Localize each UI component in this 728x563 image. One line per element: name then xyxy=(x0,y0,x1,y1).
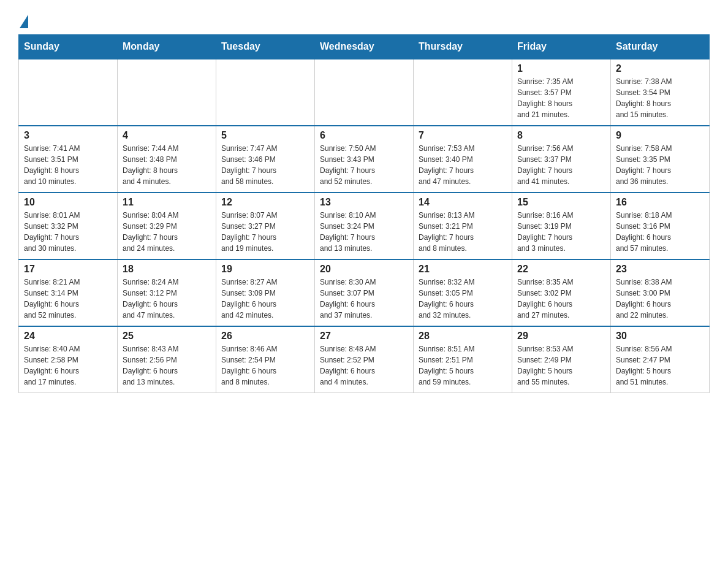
day-info: Sunrise: 7:41 AM Sunset: 3:51 PM Dayligh… xyxy=(24,143,112,187)
calendar-cell: 10Sunrise: 8:01 AM Sunset: 3:32 PM Dayli… xyxy=(19,193,118,259)
week-row-3: 10Sunrise: 8:01 AM Sunset: 3:32 PM Dayli… xyxy=(19,193,710,259)
day-number: 28 xyxy=(419,331,507,342)
calendar-table: SundayMondayTuesdayWednesdayThursdayFrid… xyxy=(18,34,710,393)
day-info: Sunrise: 8:56 AM Sunset: 2:47 PM Dayligh… xyxy=(616,343,704,388)
header-friday: Friday xyxy=(512,35,611,59)
day-info: Sunrise: 8:51 AM Sunset: 2:51 PM Dayligh… xyxy=(419,343,507,388)
day-number: 12 xyxy=(221,197,309,208)
day-number: 11 xyxy=(123,197,211,208)
day-number: 23 xyxy=(616,264,704,275)
calendar-cell: 7Sunrise: 7:53 AM Sunset: 3:40 PM Daylig… xyxy=(414,126,512,193)
day-number: 24 xyxy=(24,331,112,342)
calendar-cell xyxy=(315,59,414,126)
calendar-cell: 14Sunrise: 8:13 AM Sunset: 3:21 PM Dayli… xyxy=(414,193,512,259)
day-number: 17 xyxy=(24,264,112,275)
week-row-4: 17Sunrise: 8:21 AM Sunset: 3:14 PM Dayli… xyxy=(19,259,710,326)
calendar-cell: 15Sunrise: 8:16 AM Sunset: 3:19 PM Dayli… xyxy=(512,193,611,259)
day-number: 25 xyxy=(123,331,211,342)
calendar-cell: 8Sunrise: 7:56 AM Sunset: 3:37 PM Daylig… xyxy=(512,126,611,193)
calendar-cell: 13Sunrise: 8:10 AM Sunset: 3:24 PM Dayli… xyxy=(315,193,414,259)
day-number: 6 xyxy=(320,130,408,141)
day-info: Sunrise: 8:16 AM Sunset: 3:19 PM Dayligh… xyxy=(517,210,605,254)
calendar-cell: 18Sunrise: 8:24 AM Sunset: 3:12 PM Dayli… xyxy=(118,259,216,326)
day-number: 27 xyxy=(320,331,408,342)
day-number: 2 xyxy=(616,63,704,74)
day-number: 7 xyxy=(419,130,507,141)
day-number: 3 xyxy=(24,130,112,141)
calendar-cell: 23Sunrise: 8:38 AM Sunset: 3:00 PM Dayli… xyxy=(611,259,710,326)
day-info: Sunrise: 8:04 AM Sunset: 3:29 PM Dayligh… xyxy=(123,210,211,254)
calendar-cell: 22Sunrise: 8:35 AM Sunset: 3:02 PM Dayli… xyxy=(512,259,611,326)
calendar-cell: 19Sunrise: 8:27 AM Sunset: 3:09 PM Dayli… xyxy=(216,259,315,326)
day-number: 26 xyxy=(221,331,309,342)
day-info: Sunrise: 8:24 AM Sunset: 3:12 PM Dayligh… xyxy=(123,277,211,321)
header-wednesday: Wednesday xyxy=(315,35,414,59)
calendar-cell: 17Sunrise: 8:21 AM Sunset: 3:14 PM Dayli… xyxy=(19,259,118,326)
day-info: Sunrise: 7:47 AM Sunset: 3:46 PM Dayligh… xyxy=(221,143,309,187)
calendar-cell: 28Sunrise: 8:51 AM Sunset: 2:51 PM Dayli… xyxy=(414,326,512,393)
header-sunday: Sunday xyxy=(19,35,118,59)
day-number: 8 xyxy=(517,130,605,141)
day-number: 15 xyxy=(517,197,605,208)
day-info: Sunrise: 7:50 AM Sunset: 3:43 PM Dayligh… xyxy=(320,143,408,187)
day-info: Sunrise: 8:30 AM Sunset: 3:07 PM Dayligh… xyxy=(320,277,408,321)
calendar-cell: 1Sunrise: 7:35 AM Sunset: 3:57 PM Daylig… xyxy=(512,59,611,126)
day-info: Sunrise: 8:32 AM Sunset: 3:05 PM Dayligh… xyxy=(419,277,507,321)
day-info: Sunrise: 7:53 AM Sunset: 3:40 PM Dayligh… xyxy=(419,143,507,187)
week-row-1: 1Sunrise: 7:35 AM Sunset: 3:57 PM Daylig… xyxy=(19,59,710,126)
calendar-cell xyxy=(19,59,118,126)
day-number: 14 xyxy=(419,197,507,208)
day-number: 21 xyxy=(419,264,507,275)
day-info: Sunrise: 8:43 AM Sunset: 2:56 PM Dayligh… xyxy=(123,343,211,388)
day-number: 18 xyxy=(123,264,211,275)
day-number: 1 xyxy=(517,63,605,74)
calendar-cell: 3Sunrise: 7:41 AM Sunset: 3:51 PM Daylig… xyxy=(19,126,118,193)
calendar-cell: 4Sunrise: 7:44 AM Sunset: 3:48 PM Daylig… xyxy=(118,126,216,193)
logo-triangle-icon xyxy=(20,15,28,28)
day-info: Sunrise: 7:58 AM Sunset: 3:35 PM Dayligh… xyxy=(616,143,704,187)
day-info: Sunrise: 8:38 AM Sunset: 3:00 PM Dayligh… xyxy=(616,277,704,321)
day-info: Sunrise: 7:38 AM Sunset: 3:54 PM Dayligh… xyxy=(616,76,704,120)
day-info: Sunrise: 7:44 AM Sunset: 3:48 PM Dayligh… xyxy=(123,143,211,187)
day-info: Sunrise: 7:56 AM Sunset: 3:37 PM Dayligh… xyxy=(517,143,605,187)
day-number: 30 xyxy=(616,331,704,342)
day-number: 4 xyxy=(123,130,211,141)
day-number: 13 xyxy=(320,197,408,208)
day-info: Sunrise: 8:21 AM Sunset: 3:14 PM Dayligh… xyxy=(24,277,112,321)
calendar-cell xyxy=(216,59,315,126)
calendar-cell xyxy=(414,59,512,126)
header-monday: Monday xyxy=(118,35,216,59)
week-row-5: 24Sunrise: 8:40 AM Sunset: 2:58 PM Dayli… xyxy=(19,326,710,393)
calendar-cell: 21Sunrise: 8:32 AM Sunset: 3:05 PM Dayli… xyxy=(414,259,512,326)
day-number: 22 xyxy=(517,264,605,275)
day-info: Sunrise: 8:13 AM Sunset: 3:21 PM Dayligh… xyxy=(419,210,507,254)
day-number: 20 xyxy=(320,264,408,275)
calendar-cell: 29Sunrise: 8:53 AM Sunset: 2:49 PM Dayli… xyxy=(512,326,611,393)
header-saturday: Saturday xyxy=(611,35,710,59)
day-info: Sunrise: 8:27 AM Sunset: 3:09 PM Dayligh… xyxy=(221,277,309,321)
day-info: Sunrise: 8:18 AM Sunset: 3:16 PM Dayligh… xyxy=(616,210,704,254)
day-info: Sunrise: 8:53 AM Sunset: 2:49 PM Dayligh… xyxy=(517,343,605,388)
calendar-cell: 11Sunrise: 8:04 AM Sunset: 3:29 PM Dayli… xyxy=(118,193,216,259)
day-info: Sunrise: 8:01 AM Sunset: 3:32 PM Dayligh… xyxy=(24,210,112,254)
day-info: Sunrise: 8:48 AM Sunset: 2:52 PM Dayligh… xyxy=(320,343,408,388)
calendar-cell: 2Sunrise: 7:38 AM Sunset: 3:54 PM Daylig… xyxy=(611,59,710,126)
header-thursday: Thursday xyxy=(414,35,512,59)
day-info: Sunrise: 8:46 AM Sunset: 2:54 PM Dayligh… xyxy=(221,343,309,388)
day-number: 16 xyxy=(616,197,704,208)
calendar-cell: 26Sunrise: 8:46 AM Sunset: 2:54 PM Dayli… xyxy=(216,326,315,393)
calendar-cell: 5Sunrise: 7:47 AM Sunset: 3:46 PM Daylig… xyxy=(216,126,315,193)
day-info: Sunrise: 8:07 AM Sunset: 3:27 PM Dayligh… xyxy=(221,210,309,254)
day-number: 19 xyxy=(221,264,309,275)
calendar-cell: 25Sunrise: 8:43 AM Sunset: 2:56 PM Dayli… xyxy=(118,326,216,393)
day-number: 10 xyxy=(24,197,112,208)
calendar-cell: 12Sunrise: 8:07 AM Sunset: 3:27 PM Dayli… xyxy=(216,193,315,259)
day-info: Sunrise: 8:35 AM Sunset: 3:02 PM Dayligh… xyxy=(517,277,605,321)
day-number: 9 xyxy=(616,130,704,141)
day-info: Sunrise: 7:35 AM Sunset: 3:57 PM Dayligh… xyxy=(517,76,605,120)
header-tuesday: Tuesday xyxy=(216,35,315,59)
calendar-header-row: SundayMondayTuesdayWednesdayThursdayFrid… xyxy=(19,35,710,59)
day-number: 29 xyxy=(517,331,605,342)
calendar-cell: 27Sunrise: 8:48 AM Sunset: 2:52 PM Dayli… xyxy=(315,326,414,393)
day-info: Sunrise: 8:10 AM Sunset: 3:24 PM Dayligh… xyxy=(320,210,408,254)
